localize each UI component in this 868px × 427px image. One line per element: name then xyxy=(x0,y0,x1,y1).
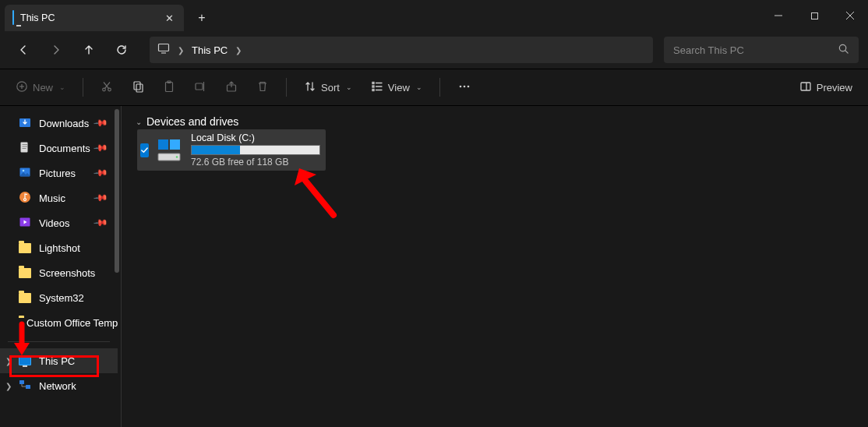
refresh-button[interactable] xyxy=(108,37,136,63)
close-window-button[interactable] xyxy=(832,0,868,31)
sidebar-item-folder[interactable]: Screenshots xyxy=(0,260,118,285)
drive-name: Local Disk (C:) xyxy=(191,132,320,143)
cut-button[interactable] xyxy=(93,73,121,101)
copy-icon xyxy=(132,80,144,95)
svg-point-12 xyxy=(108,88,111,91)
sort-icon xyxy=(304,80,316,95)
drive-checkbox[interactable] xyxy=(140,143,149,157)
svg-rect-19 xyxy=(196,83,203,90)
new-label: New xyxy=(33,82,53,94)
sidebar-item-folder[interactable]: Lightshot xyxy=(0,235,118,260)
plus-circle-icon xyxy=(16,80,28,95)
thispc-icon xyxy=(12,11,14,25)
chevron-down-icon: ⌄ xyxy=(346,83,352,91)
pin-icon: 📌 xyxy=(93,140,108,156)
downloads-icon xyxy=(19,116,31,131)
sidebar-item-label: Network xyxy=(39,380,76,392)
group-header[interactable]: ⌄ Devices and drives xyxy=(136,115,856,128)
active-tab[interactable]: This PC ✕ xyxy=(5,5,184,31)
separator xyxy=(439,78,440,97)
main-area: Downloads 📌 Documents 📌 Pictures 📌 Music… xyxy=(0,106,868,427)
svg-point-30 xyxy=(468,85,470,87)
window-controls xyxy=(760,0,868,31)
address-bar[interactable]: ❯ This PC ❯ xyxy=(150,37,653,63)
sidebar-item-videos[interactable]: Videos 📌 xyxy=(0,210,118,235)
videos-icon xyxy=(19,216,31,231)
cut-icon xyxy=(101,80,113,95)
view-label: View xyxy=(388,82,410,94)
rename-button[interactable] xyxy=(186,73,214,101)
tabbar: This PC ✕ + xyxy=(0,0,215,31)
network-icon xyxy=(19,379,31,393)
monitor-icon xyxy=(157,42,170,58)
chevron-right-icon[interactable]: ❯ xyxy=(3,382,14,390)
folder-icon xyxy=(19,243,31,253)
maximize-button[interactable] xyxy=(796,0,832,31)
svg-rect-1 xyxy=(811,12,817,19)
svg-rect-16 xyxy=(136,84,143,92)
svg-rect-17 xyxy=(166,82,173,91)
chevron-right-icon[interactable]: ❯ xyxy=(3,357,14,365)
sort-label: Sort xyxy=(321,82,340,94)
sort-button[interactable]: Sort ⌄ xyxy=(296,73,360,101)
svg-rect-15 xyxy=(134,82,140,90)
svg-rect-42 xyxy=(19,380,24,384)
svg-rect-24 xyxy=(372,89,374,90)
minimize-button[interactable] xyxy=(760,0,796,31)
new-tab-button[interactable]: + xyxy=(189,5,215,31)
sidebar-item-label: Screenshots xyxy=(39,267,95,279)
svg-point-39 xyxy=(23,169,25,171)
forward-button[interactable] xyxy=(42,37,70,63)
tab-title: This PC xyxy=(20,12,156,23)
svg-rect-22 xyxy=(372,82,374,83)
more-button[interactable] xyxy=(450,73,479,101)
sidebar-item-label: Documents xyxy=(39,143,90,154)
svg-rect-23 xyxy=(372,86,374,87)
drive-tile[interactable]: Local Disk (C:) 72.6 GB free of 118 GB xyxy=(137,129,326,171)
toolbar: New ⌄ Sort ⌄ View ⌄ Preview xyxy=(0,69,868,106)
sidebar: Downloads 📌 Documents 📌 Pictures 📌 Music… xyxy=(0,106,121,427)
folder-icon xyxy=(19,268,31,278)
folder-icon xyxy=(19,293,31,303)
search-box[interactable] xyxy=(664,37,859,63)
svg-rect-36 xyxy=(23,146,28,146)
sidebar-item-label: Videos xyxy=(39,217,70,229)
svg-rect-45 xyxy=(170,139,180,150)
sidebar-item-folder[interactable]: Custom Office Templates xyxy=(0,310,118,335)
sidebar-item-network[interactable]: ❯ Network xyxy=(0,373,118,398)
sidebar-item-label: Custom Office Templates xyxy=(26,317,118,329)
svg-rect-44 xyxy=(158,139,168,150)
preview-button[interactable]: Preview xyxy=(792,73,860,101)
svg-point-29 xyxy=(464,85,466,87)
separator xyxy=(286,78,287,97)
sidebar-item-label: Music xyxy=(39,192,65,204)
svg-rect-35 xyxy=(23,144,28,145)
share-button[interactable] xyxy=(217,73,245,101)
svg-point-47 xyxy=(176,156,178,157)
ellipsis-icon xyxy=(457,80,471,95)
thispc-icon xyxy=(19,356,31,365)
up-button[interactable] xyxy=(75,37,103,63)
paste-button[interactable] xyxy=(155,73,183,101)
search-input[interactable] xyxy=(673,44,838,56)
chevron-down-icon: ⌄ xyxy=(136,118,142,126)
copy-button[interactable] xyxy=(124,73,152,101)
sidebar-item-documents[interactable]: Documents 📌 xyxy=(0,136,118,161)
sidebar-item-thispc[interactable]: ❯ This PC xyxy=(0,348,118,373)
sidebar-item-music[interactable]: Music 📌 xyxy=(0,185,118,210)
separator xyxy=(83,78,83,97)
search-icon xyxy=(838,43,849,58)
sidebar-item-folder[interactable]: System32 xyxy=(0,285,118,310)
view-button[interactable]: View ⌄ xyxy=(363,73,430,101)
back-button[interactable] xyxy=(9,37,37,63)
new-button[interactable]: New ⌄ xyxy=(8,73,73,101)
share-icon xyxy=(225,80,238,95)
breadcrumb-location[interactable]: This PC xyxy=(192,44,228,56)
close-tab-button[interactable]: ✕ xyxy=(162,11,176,25)
sidebar-scrollbar[interactable] xyxy=(111,106,121,427)
sidebar-item-label: Lightshot xyxy=(39,242,80,254)
sidebar-item-pictures[interactable]: Pictures 📌 xyxy=(0,161,118,185)
preview-icon xyxy=(799,80,812,95)
sidebar-item-downloads[interactable]: Downloads 📌 xyxy=(0,111,118,136)
delete-button[interactable] xyxy=(249,73,277,101)
